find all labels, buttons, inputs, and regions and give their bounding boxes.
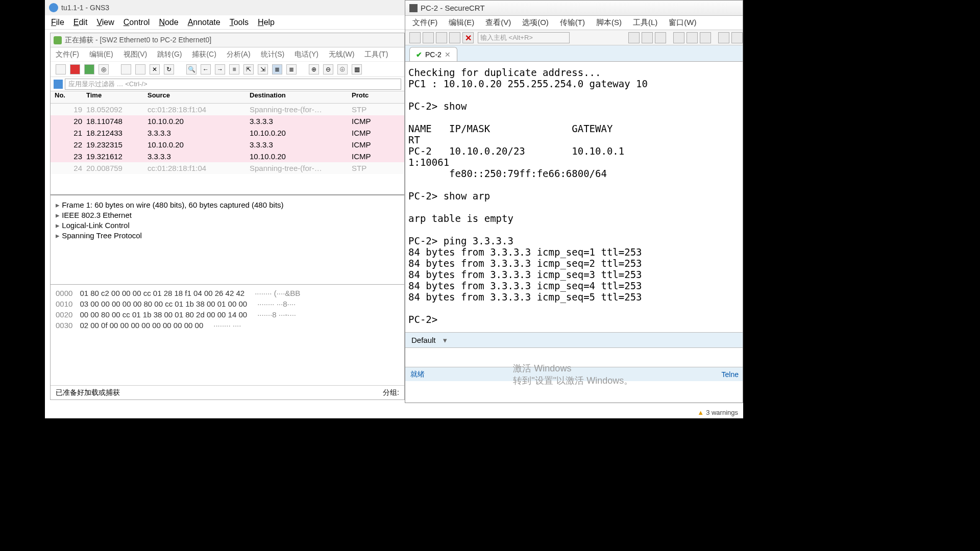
crt-menu-transfer[interactable]: 传输(T) xyxy=(560,18,585,28)
hex-row[interactable]: 001003 00 00 00 00 00 80 00 cc 01 1b 38 … xyxy=(56,298,399,309)
packet-detail-line[interactable]: Frame 1: 60 bytes on wire (480 bits), 60… xyxy=(56,201,399,210)
auto-scroll-icon[interactable]: ≣ xyxy=(272,64,282,74)
zoom-out-icon[interactable]: ⊖ xyxy=(323,64,333,74)
col-dst[interactable]: Destination xyxy=(250,91,352,103)
warning-triangle-icon: ▲ xyxy=(697,409,704,416)
reload-file-icon[interactable]: ↻ xyxy=(164,64,174,74)
gns3-menu-edit[interactable]: Edit xyxy=(74,18,88,27)
zoom-in-icon[interactable]: ⊕ xyxy=(309,64,319,74)
paste-icon[interactable] xyxy=(642,32,653,43)
tab-label: PC-2 xyxy=(425,51,442,59)
find-packet-icon[interactable]: 🔍 xyxy=(186,64,197,74)
crt-menu-view[interactable]: 查看(V) xyxy=(485,18,511,28)
terminal-output[interactable]: Checking for duplicate address... PC1 : … xyxy=(405,62,743,332)
disconnect-icon[interactable] xyxy=(462,32,474,43)
ws-menu-capture[interactable]: 捕获(C) xyxy=(192,50,216,59)
warnings-indicator[interactable]: ▲3 warnings xyxy=(697,409,738,416)
quick-connect-icon[interactable] xyxy=(423,32,434,43)
crt-menu-script[interactable]: 脚本(S) xyxy=(596,18,622,28)
go-last-icon[interactable]: ⇲ xyxy=(258,64,268,74)
ws-menu-telephony[interactable]: 电话(Y) xyxy=(295,50,318,59)
crt-menu-edit[interactable]: 编辑(E) xyxy=(449,18,474,28)
packet-row[interactable]: 2219.23231510.10.0.203.3.3.3ICMP xyxy=(51,139,404,151)
start-capture-icon[interactable] xyxy=(56,64,66,74)
copy-icon[interactable] xyxy=(628,32,640,43)
restart-capture-icon[interactable] xyxy=(84,64,94,74)
col-time[interactable]: Time xyxy=(86,91,148,103)
packet-row[interactable]: 2018.11074810.10.0.203.3.3.3ICMP xyxy=(51,115,404,127)
go-to-packet-icon[interactable]: ≡ xyxy=(229,64,239,74)
ws-menu-stats[interactable]: 统计(S) xyxy=(261,50,285,59)
close-file-icon[interactable]: ✕ xyxy=(150,64,160,74)
gns3-menu-node[interactable]: Node xyxy=(159,18,178,27)
hex-row[interactable]: 000001 80 c2 00 00 00 cc 01 28 18 f1 04 … xyxy=(56,288,399,298)
wireshark-app-icon xyxy=(54,36,62,44)
gns3-menu-bar: File Edit View Control Node Annotate Too… xyxy=(45,15,405,30)
go-back-icon[interactable]: ← xyxy=(201,64,211,74)
ws-menu-analyze[interactable]: 分析(A) xyxy=(227,50,251,59)
print-screen-icon[interactable] xyxy=(700,32,711,43)
ws-menu-go[interactable]: 跳转(G) xyxy=(157,50,182,59)
session-tab-pc-2[interactable]: ✔ PC-2 ✕ xyxy=(409,47,457,61)
zoom-reset-icon[interactable]: ⦾ xyxy=(337,64,348,74)
save-file-icon[interactable] xyxy=(135,64,145,74)
crt-title-bar: PC-2 - SecureCRT xyxy=(405,1,743,16)
session-options-icon[interactable] xyxy=(718,32,729,43)
hex-row[interactable]: 002000 00 80 00 cc 01 1b 38 00 01 80 2d … xyxy=(56,309,399,320)
resize-columns-icon[interactable]: ▦ xyxy=(352,64,362,74)
gns3-menu-annotate[interactable]: Annotate xyxy=(188,18,220,27)
capture-options-icon[interactable]: ◎ xyxy=(99,64,109,74)
wireshark-title-bar: 正在捕获 - [SW2 Ethernet0 to PC-2 Ethernet0] xyxy=(51,33,404,47)
gns3-title-text: tu1.1-1 - GNS3 xyxy=(61,4,109,12)
ws-menu-tools[interactable]: 工具(T) xyxy=(364,50,388,59)
ws-status-packets: 分组: xyxy=(383,388,399,397)
packet-detail-line[interactable]: Spanning Tree Protocol xyxy=(56,231,399,240)
ws-menu-edit[interactable]: 编辑(E) xyxy=(89,50,113,59)
connect-in-tab-icon[interactable] xyxy=(436,32,447,43)
button-bar-picker[interactable]: Default xyxy=(405,332,743,347)
packet-list-header: No. Time Source Destination Protc xyxy=(51,91,404,104)
find-icon[interactable] xyxy=(655,32,666,43)
ws-menu-file[interactable]: 文件(F) xyxy=(56,50,79,59)
go-forward-icon[interactable]: → xyxy=(215,64,225,74)
open-file-icon[interactable] xyxy=(121,64,131,74)
gns3-menu-tools[interactable]: Tools xyxy=(230,18,249,27)
stop-capture-icon[interactable] xyxy=(70,64,80,74)
global-options-icon[interactable] xyxy=(731,32,743,43)
packet-row[interactable]: 2319.3216123.3.3.310.10.0.20ICMP xyxy=(51,151,404,162)
col-proto[interactable]: Protc xyxy=(352,91,382,103)
col-no[interactable]: No. xyxy=(51,91,86,103)
crt-menu-tools[interactable]: 工具(L) xyxy=(633,18,657,28)
reconnect-icon[interactable] xyxy=(449,32,460,43)
packet-details-pane[interactable]: Frame 1: 60 bytes on wire (480 bits), 60… xyxy=(51,195,404,285)
hex-row[interactable]: 003002 00 0f 00 00 00 00 00 00 00 00 00·… xyxy=(56,320,399,331)
gns3-menu-control[interactable]: Control xyxy=(124,18,150,27)
packet-row[interactable]: 1918.052092cc:01:28:18:f1:04Spanning-tre… xyxy=(51,104,404,115)
col-src[interactable]: Source xyxy=(148,91,250,103)
packet-list[interactable]: 1918.052092cc:01:28:18:f1:04Spanning-tre… xyxy=(51,104,404,174)
print-setup-icon[interactable] xyxy=(687,32,698,43)
filter-bookmark-icon[interactable] xyxy=(54,80,63,89)
packet-row[interactable]: 2420.008759cc:01:28:18:f1:04Spanning-tre… xyxy=(51,162,404,174)
gns3-menu-help[interactable]: Help xyxy=(258,18,275,27)
packet-row[interactable]: 2118.2124333.3.3.310.10.0.20ICMP xyxy=(51,127,404,139)
packet-bytes-pane[interactable]: 000001 80 c2 00 00 00 cc 01 28 18 f1 04 … xyxy=(51,285,404,336)
tab-close-icon[interactable]: ✕ xyxy=(445,51,451,59)
go-first-icon[interactable]: ⇱ xyxy=(243,64,254,74)
gns3-menu-file[interactable]: File xyxy=(51,18,64,27)
crt-menu-window[interactable]: 窗口(W) xyxy=(669,18,696,28)
gns3-app-icon xyxy=(49,3,58,12)
crt-menu-file[interactable]: 文件(F) xyxy=(412,18,437,28)
packet-detail-line[interactable]: Logical-Link Control xyxy=(56,221,399,230)
crt-menu-options[interactable]: 选项(O) xyxy=(522,18,549,28)
print-icon[interactable] xyxy=(673,32,684,43)
colorize-icon[interactable]: ≣ xyxy=(286,64,297,74)
connect-icon[interactable] xyxy=(409,32,421,43)
ws-menu-wireless[interactable]: 无线(W) xyxy=(329,50,355,59)
display-filter-input[interactable]: 应用显示过滤器 … <Ctrl-/> xyxy=(65,79,401,90)
host-input[interactable]: 输入主机 <Alt+R> xyxy=(478,32,570,43)
gns3-menu-view[interactable]: View xyxy=(96,18,114,27)
ws-menu-view[interactable]: 视图(V) xyxy=(124,50,148,59)
packet-detail-line[interactable]: IEEE 802.3 Ethernet xyxy=(56,211,399,220)
crt-title-text: PC-2 - SecureCRT xyxy=(421,4,485,12)
